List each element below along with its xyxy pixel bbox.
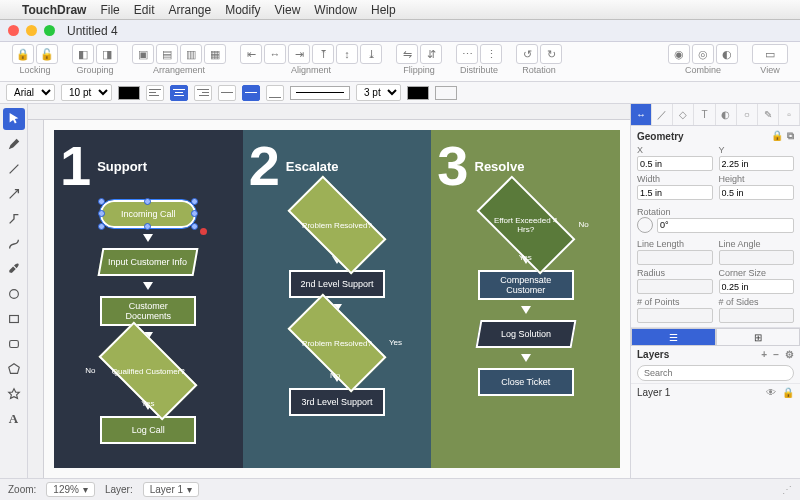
menu-arrange[interactable]: Arrange [168, 3, 211, 17]
send-back-button[interactable]: ▦ [204, 44, 226, 64]
points-field[interactable] [637, 308, 713, 323]
minimize-button[interactable] [26, 25, 37, 36]
align-left-button[interactable]: ⇤ [240, 44, 262, 64]
node-resolved-1[interactable]: Problem Resolved? [292, 200, 382, 250]
subtract-button[interactable]: ◎ [692, 44, 714, 64]
intersect-button[interactable]: ◐ [716, 44, 738, 64]
tab-edit-icon[interactable]: ✎ [758, 104, 779, 125]
layer-search-input[interactable] [637, 365, 794, 381]
rotate-ccw-button[interactable]: ↺ [516, 44, 538, 64]
menu-modify[interactable]: Modify [225, 3, 260, 17]
tab-fill-icon[interactable]: ◇ [673, 104, 694, 125]
zoom-button[interactable] [44, 25, 55, 36]
line-angle-field[interactable] [719, 250, 795, 265]
flow-column-escalate[interactable]: 2Escalate Problem Resolved? 2nd Level Su… [243, 130, 432, 468]
rect-tool[interactable] [3, 308, 25, 330]
valign-top-button[interactable] [218, 85, 236, 101]
tab-geometry-icon[interactable]: ↔ [631, 104, 652, 125]
distribute-h-button[interactable]: ⋯ [456, 44, 478, 64]
menu-view[interactable]: View [275, 3, 301, 17]
tab-layers-icon[interactable]: ☰ [631, 328, 716, 346]
resize-grip-icon[interactable]: ⋰ [782, 484, 792, 495]
align-text-right-button[interactable] [194, 85, 212, 101]
layer-options-button[interactable]: ⚙ [785, 349, 794, 360]
union-button[interactable]: ◉ [668, 44, 690, 64]
node-log-call[interactable]: Log Call [100, 416, 196, 444]
pen-tool[interactable] [3, 133, 25, 155]
roundrect-tool[interactable] [3, 333, 25, 355]
y-field[interactable] [719, 156, 795, 171]
remove-layer-button[interactable]: − [773, 349, 779, 360]
lock-button[interactable]: 🔒 [12, 44, 34, 64]
brush-tool[interactable] [3, 258, 25, 280]
width-field[interactable] [637, 185, 713, 200]
sides-field[interactable] [719, 308, 795, 323]
valign-middle-button[interactable] [242, 85, 260, 101]
align-center-h-button[interactable]: ↔ [264, 44, 286, 64]
group-button[interactable]: ◧ [72, 44, 94, 64]
fill-color-swatch[interactable] [435, 86, 457, 100]
lock-icon[interactable]: 🔒 [771, 130, 783, 142]
flow-column-resolve[interactable]: 3Resolve Effort Exceeded 4 Hrs? No Yes C… [431, 130, 620, 468]
send-backward-button[interactable]: ▥ [180, 44, 202, 64]
tab-library-icon[interactable]: ⊞ [716, 328, 801, 346]
align-text-center-button[interactable] [170, 85, 188, 101]
align-middle-v-button[interactable]: ↕ [336, 44, 358, 64]
ungroup-button[interactable]: ◨ [96, 44, 118, 64]
menu-window[interactable]: Window [314, 3, 357, 17]
lock-icon[interactable]: 🔒 [782, 387, 794, 398]
node-2nd-level[interactable]: 2nd Level Support [289, 270, 385, 298]
close-button[interactable] [8, 25, 19, 36]
tab-stroke-icon[interactable]: ／ [652, 104, 673, 125]
tab-shadow-icon[interactable]: ◐ [716, 104, 737, 125]
line-style-select[interactable] [290, 86, 350, 100]
flip-v-button[interactable]: ⇵ [420, 44, 442, 64]
stroke-width-select[interactable]: 3 pt [356, 84, 401, 101]
radius-field[interactable] [637, 279, 713, 294]
polygon-tool[interactable] [3, 358, 25, 380]
node-close-ticket[interactable]: Close Ticket [478, 368, 574, 396]
node-incoming-call[interactable]: Incoming Call [100, 200, 196, 228]
copy-icon[interactable]: ⧉ [787, 130, 794, 142]
align-bottom-button[interactable]: ⤓ [360, 44, 382, 64]
flip-h-button[interactable]: ⇋ [396, 44, 418, 64]
app-menu[interactable]: TouchDraw [22, 3, 86, 17]
canvas[interactable]: 1Support Incoming Call Input Customer In… [44, 120, 630, 478]
tab-info-icon[interactable]: ▫ [779, 104, 800, 125]
font-size-select[interactable]: 10 pt [61, 84, 112, 101]
line-tool[interactable] [3, 158, 25, 180]
tab-shape-icon[interactable]: ○ [737, 104, 758, 125]
text-color-swatch[interactable] [118, 86, 140, 100]
node-log-solution[interactable]: Log Solution [475, 320, 576, 348]
star-tool[interactable] [3, 383, 25, 405]
layer-select[interactable]: Layer 1▾ [143, 482, 199, 497]
rotation-field[interactable] [657, 218, 794, 233]
node-3rd-level[interactable]: 3rd Level Support [289, 388, 385, 416]
x-field[interactable] [637, 156, 713, 171]
arrow-tool[interactable] [3, 183, 25, 205]
rotation-dial[interactable] [637, 217, 653, 233]
select-tool[interactable] [3, 108, 25, 130]
bring-forward-button[interactable]: ▤ [156, 44, 178, 64]
height-field[interactable] [719, 185, 795, 200]
align-top-button[interactable]: ⤒ [312, 44, 334, 64]
font-family-select[interactable]: Arial [6, 84, 55, 101]
align-text-left-button[interactable] [146, 85, 164, 101]
view-toggle-button[interactable]: ▭ [752, 44, 788, 64]
node-input-info[interactable]: Input Customer Info [98, 248, 199, 276]
node-effort[interactable]: Effort Exceeded 4 Hrs? No Yes [481, 200, 571, 250]
distribute-v-button[interactable]: ⋮ [480, 44, 502, 64]
rotate-cw-button[interactable]: ↻ [540, 44, 562, 64]
bring-front-button[interactable]: ▣ [132, 44, 154, 64]
menu-help[interactable]: Help [371, 3, 396, 17]
flow-column-support[interactable]: 1Support Incoming Call Input Customer In… [54, 130, 243, 468]
curve-tool[interactable] [3, 233, 25, 255]
connector-tool[interactable] [3, 208, 25, 230]
zoom-select[interactable]: 129%▾ [46, 482, 95, 497]
menu-edit[interactable]: Edit [134, 3, 155, 17]
add-layer-button[interactable]: + [761, 349, 767, 360]
unlock-button[interactable]: 🔓 [36, 44, 58, 64]
corner-field[interactable] [719, 279, 795, 294]
valign-bottom-button[interactable] [266, 85, 284, 101]
align-right-button[interactable]: ⇥ [288, 44, 310, 64]
